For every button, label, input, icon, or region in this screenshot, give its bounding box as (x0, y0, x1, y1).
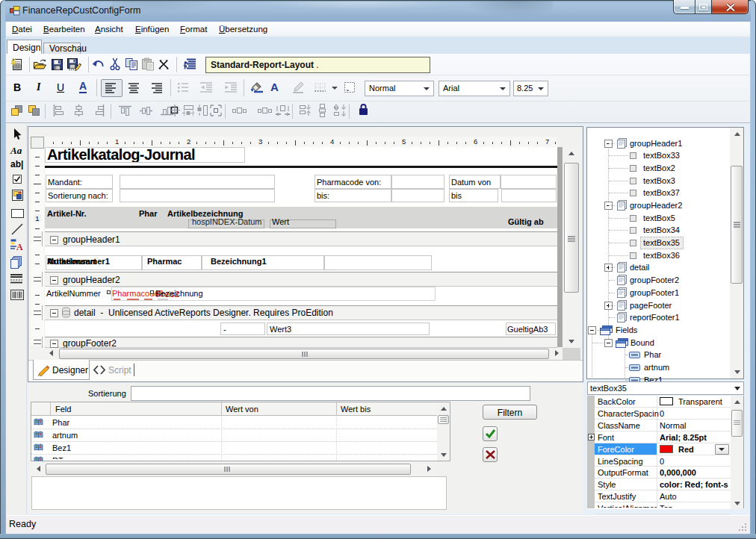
svg-text:A: A (16, 242, 23, 251)
